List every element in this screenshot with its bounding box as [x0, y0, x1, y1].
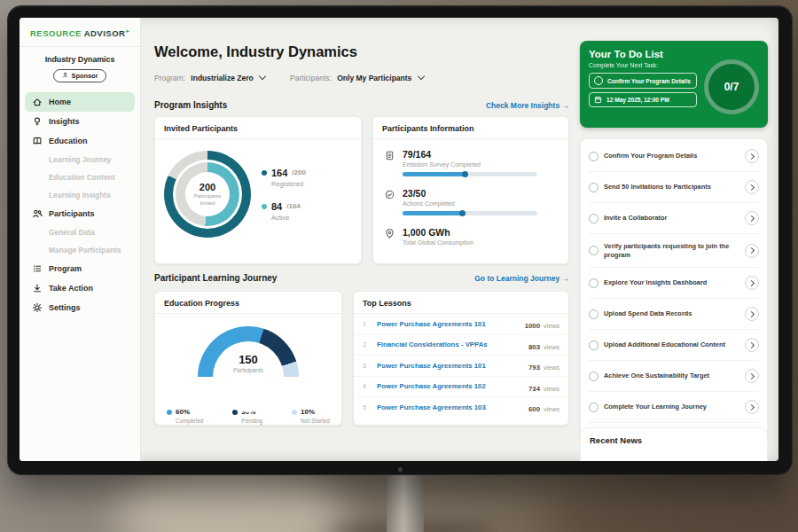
- todo-progress-ring: 0/7: [704, 59, 759, 114]
- todo-task-row: Complete Your Learning Journey: [589, 392, 759, 423]
- recent-news-title: Recent News: [590, 435, 758, 445]
- location-icon: [384, 228, 395, 239]
- task-open-button[interactable]: [745, 149, 759, 163]
- lesson-views: 803: [528, 343, 540, 351]
- lesson-title-link[interactable]: Power Purchase Agreements 101: [377, 320, 518, 328]
- task-open-button[interactable]: [745, 338, 759, 352]
- chevron-right-icon: [748, 184, 755, 190]
- chevron-down-icon: [417, 73, 424, 80]
- app-logo: RESOURCE ADVISOR+: [20, 18, 140, 47]
- sponsor-badge[interactable]: Sponsor: [53, 69, 107, 82]
- sidebar-item-participants[interactable]: Participants: [25, 204, 135, 223]
- sidebar-subitem-learning-journey[interactable]: Learning Journey: [25, 151, 135, 168]
- todo-task-row: Send 50 Invitations to Participants: [589, 172, 759, 203]
- gauge-center-value: 150: [155, 353, 341, 366]
- progress-bar: [403, 172, 537, 176]
- todo-task-row: Achieve One Sustainability Target: [589, 361, 759, 392]
- lesson-views: 600: [528, 405, 540, 413]
- task-checkbox-icon[interactable]: [589, 309, 598, 319]
- task-open-button[interactable]: [745, 276, 759, 290]
- todo-task-row: Upload Additional Educational Content: [589, 330, 759, 361]
- lesson-row: 5 Power Purchase Agreements 103 600 view…: [354, 397, 568, 418]
- participants-information-card: Participants Information 79/164 Emission…: [372, 116, 569, 264]
- task-open-button[interactable]: [745, 244, 759, 258]
- sidebar-subitem-education-content[interactable]: Education Content: [25, 168, 135, 186]
- task-checkbox-icon[interactable]: [589, 183, 598, 192]
- logo-primary: RESOURCE: [30, 28, 82, 38]
- sidebar-item-education[interactable]: Education: [25, 131, 135, 151]
- task-checkbox-icon[interactable]: [589, 403, 598, 412]
- program-insights-header: Program Insights Check More Insights: [154, 100, 569, 110]
- task-checkbox-icon[interactable]: [589, 372, 598, 381]
- monitor-frame: RESOURCE ADVISOR+ Industry Dynamics Spon…: [7, 5, 793, 475]
- check-more-insights-link[interactable]: Check More Insights: [486, 101, 569, 110]
- lesson-title-link[interactable]: Financial Considerations - VPPAs: [377, 340, 521, 348]
- go-to-learning-journey-link[interactable]: Go to Learning Journey: [474, 274, 569, 283]
- lesson-rank: 3: [363, 363, 370, 369]
- stat-global-consumption: 1,000 GWh Total Global Consumption: [384, 227, 558, 246]
- lesson-rank: 1: [363, 321, 370, 327]
- lesson-row: 2 Financial Considerations - VPPAs 803 v…: [354, 335, 568, 356]
- todo-next-task[interactable]: Confirm Your Program Details: [589, 73, 697, 89]
- info-card-title: Participants Information: [373, 117, 568, 139]
- lesson-title-link[interactable]: Power Purchase Agreements 101: [377, 362, 521, 370]
- task-open-button[interactable]: [745, 180, 759, 194]
- task-open-button[interactable]: [745, 307, 759, 321]
- todo-tasks-card: Confirm Your Program Details Send 50 Inv…: [580, 138, 768, 446]
- task-open-button[interactable]: [745, 369, 759, 383]
- stat-actions-completed: 23/50 Actions Completed: [384, 188, 558, 215]
- participants-filter-value[interactable]: Only My Participants: [337, 74, 411, 82]
- program-filter[interactable]: Program: Industrialize Zero: [154, 74, 265, 82]
- gauge-center-label: Participants: [155, 367, 341, 373]
- lesson-title-link[interactable]: Power Purchase Agreements 103: [377, 403, 521, 411]
- org-section: Industry Dynamics Sponsor: [20, 47, 140, 90]
- task-checkbox-icon[interactable]: [589, 278, 598, 288]
- learning-journey-title: Participant Learning Journey: [154, 273, 277, 283]
- education-gauge-zone: 150 Participants: [155, 321, 341, 397]
- task-checkbox-icon[interactable]: [589, 340, 598, 350]
- survey-icon: [384, 150, 395, 161]
- todo-task-row: Upload Spend Data Records: [589, 299, 759, 330]
- take-action-icon: [32, 283, 43, 293]
- sidebar: RESOURCE ADVISOR+ Industry Dynamics Spon…: [20, 18, 141, 461]
- stat-emission-survey: 79/164 Emission Survey Completed: [384, 149, 558, 176]
- chevron-right-icon: [748, 153, 755, 159]
- checkbox-circle-icon[interactable]: [594, 76, 603, 85]
- chevron-right-icon: [748, 311, 755, 317]
- program-filter-label: Program:: [154, 74, 185, 82]
- sidebar-subitem-general-data[interactable]: General Data: [25, 223, 135, 241]
- chevron-right-icon: [748, 342, 755, 348]
- program-filter-value[interactable]: Industrialize Zero: [191, 74, 253, 82]
- sidebar-item-home[interactable]: Home: [25, 92, 135, 112]
- task-open-button[interactable]: [745, 400, 759, 414]
- sidebar-item-program[interactable]: Program: [25, 259, 135, 278]
- sidebar-item-settings[interactable]: Settings: [25, 298, 135, 317]
- settings-icon: [32, 302, 43, 313]
- logo-plus: +: [125, 28, 129, 35]
- invited-card-title: Invited Participants: [155, 117, 361, 139]
- top-lessons-title: Top Lessons: [354, 292, 568, 314]
- task-checkbox-icon[interactable]: [589, 246, 598, 255]
- lesson-views: 734: [528, 385, 540, 393]
- calendar-icon: [594, 96, 602, 104]
- donut-legend: 164 /200 Registered 84 /164 Active: [262, 168, 306, 222]
- background-shadow: [541, 474, 798, 532]
- lesson-title-link[interactable]: Power Purchase Agreements 102: [377, 382, 521, 390]
- sidebar-subitem-manage-participants[interactable]: Manage Participants: [25, 241, 135, 259]
- legend-dot: [292, 410, 297, 415]
- sidebar-item-insights[interactable]: Insights: [25, 112, 135, 131]
- task-open-button[interactable]: [745, 211, 759, 225]
- task-checkbox-icon[interactable]: [589, 152, 598, 161]
- education-card-title: Education Progress: [155, 292, 341, 314]
- sidebar-item-take-action[interactable]: Take Action: [25, 278, 135, 298]
- legend-item-not-started: 10% Not Started: [292, 408, 330, 424]
- insights-icon: [32, 116, 43, 127]
- task-checkbox-icon[interactable]: [589, 214, 598, 223]
- lesson-rank: 2: [363, 341, 370, 348]
- participants-filter[interactable]: Participants: Only My Participants: [290, 74, 424, 82]
- todo-task-row: Confirm Your Program Details: [589, 141, 759, 172]
- top-lessons-list: 1 Power Purchase Agreements 101 1000 vie…: [354, 314, 568, 418]
- todo-title: Your To Do List: [589, 49, 759, 59]
- sidebar-subitem-learning-insights[interactable]: Learning Insights: [25, 186, 135, 204]
- lesson-row: 3 Power Purchase Agreements 101 793 view…: [354, 356, 568, 377]
